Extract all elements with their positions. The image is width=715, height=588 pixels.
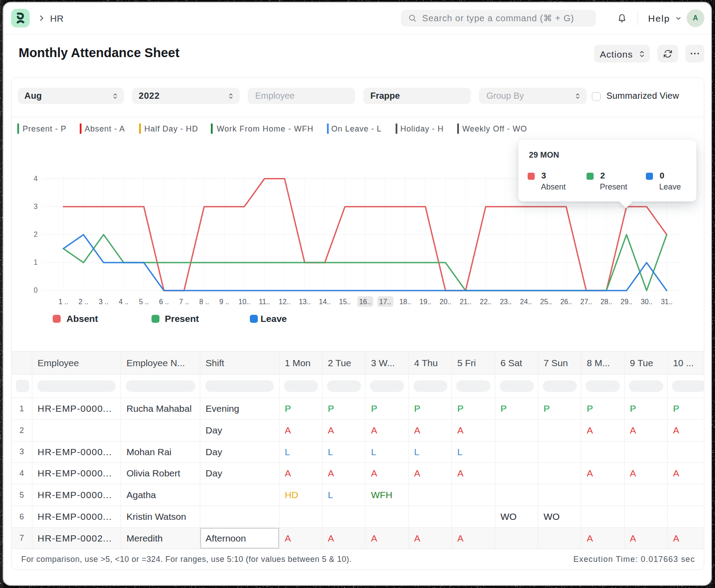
svg-text:6 ..: 6 ..: [159, 298, 169, 306]
svg-text:22..: 22..: [480, 298, 492, 306]
svg-text:23..: 23..: [500, 298, 512, 306]
svg-text:10..: 10..: [238, 298, 250, 306]
svg-text:2: 2: [34, 231, 38, 238]
svg-text:14..: 14..: [319, 298, 331, 306]
svg-text:5 ..: 5 ..: [139, 298, 148, 306]
svg-text:2 ..: 2 ..: [78, 298, 88, 306]
svg-text:8 ..: 8 ..: [199, 298, 209, 306]
svg-text:25..: 25..: [540, 298, 552, 306]
svg-text:29..: 29..: [621, 298, 633, 306]
svg-text:26..: 26..: [560, 298, 572, 306]
svg-text:4 ..: 4 ..: [119, 298, 128, 306]
svg-text:18..: 18..: [399, 298, 411, 306]
svg-text:11..: 11..: [259, 298, 270, 306]
svg-text:7 ..: 7 ..: [179, 298, 189, 306]
svg-text:1: 1: [34, 259, 38, 266]
svg-text:31..: 31..: [661, 298, 673, 306]
svg-text:17..: 17..: [379, 298, 391, 306]
svg-text:28..: 28..: [600, 298, 612, 306]
svg-text:13..: 13..: [299, 298, 311, 306]
svg-text:0: 0: [34, 286, 38, 294]
svg-text:9 ..: 9 ..: [219, 298, 229, 306]
svg-text:19..: 19..: [420, 298, 431, 306]
svg-text:16..: 16..: [359, 298, 371, 306]
svg-text:20..: 20..: [439, 298, 451, 306]
svg-text:21..: 21..: [460, 298, 472, 306]
svg-text:30..: 30..: [641, 298, 653, 306]
svg-text:1 ..: 1 ..: [58, 298, 68, 306]
svg-text:3: 3: [34, 203, 38, 210]
svg-text:24..: 24..: [520, 298, 532, 306]
svg-text:15..: 15..: [339, 298, 351, 306]
svg-text:3 ..: 3 ..: [99, 298, 109, 306]
svg-text:12..: 12..: [279, 298, 291, 306]
svg-text:27..: 27..: [580, 298, 592, 306]
svg-text:4: 4: [34, 175, 38, 182]
